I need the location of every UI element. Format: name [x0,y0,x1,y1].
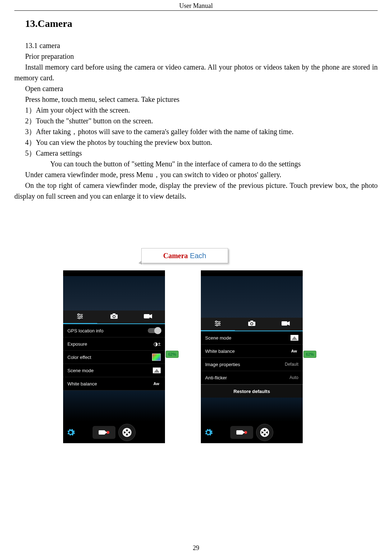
gear-icon[interactable] [204,428,213,437]
text-paragraph: Install memory card before using the cam… [14,62,378,83]
setting-gps-location[interactable]: GPS location info [63,324,165,337]
setting-label: Exposure [67,341,87,347]
settings-tabbar [201,318,303,331]
setting-label: Image properties [205,362,240,367]
tab-general[interactable] [63,311,97,324]
video-mode-button[interactable] [230,426,253,439]
auto-wb-icon: Aw [290,348,298,354]
list-item-sub: You can touch the button of "setting Men… [50,158,378,169]
toggle-switch[interactable] [148,328,161,333]
page-header: User Manual [14,0,378,11]
setting-color-effect[interactable]: Color effect [63,351,165,364]
svg-rect-10 [144,314,150,318]
callout-text-red: Camera [163,252,188,260]
svg-rect-18 [250,321,253,322]
callout-text-blue: Each [188,252,206,260]
shutter-button[interactable] [118,424,136,441]
camera-bottom-bar [201,422,303,443]
list-item: 1）Aim your object with the screen. [25,105,378,115]
svg-point-20 [251,323,253,325]
gear-icon[interactable] [66,428,75,437]
camera-icon [248,321,256,328]
text-line: Open camera [25,83,378,94]
text-line: Prior preparation [25,51,378,62]
setting-label: GPS location info [67,328,103,333]
text-line: Press home, touch menu, select camera. T… [25,94,378,105]
svg-point-4 [81,316,82,317]
setting-value: Default [285,362,298,367]
svg-point-16 [216,324,218,326]
status-bar [63,270,165,276]
camera-bottom-bar [63,422,165,443]
camera-view-lower [63,390,165,422]
callout-label: Camera Each [141,248,228,263]
svg-rect-7 [113,313,115,315]
color-swatch-icon [152,354,161,361]
setting-label: Scene mode [67,368,94,373]
setting-white-balance[interactable]: White balance Aw [201,345,303,358]
tab-video[interactable] [131,311,165,323]
sliders-icon [214,321,221,328]
exposure-icon: ◑± [154,341,161,347]
setting-exposure[interactable]: Exposure ◑± [63,337,165,351]
section-title: 13.Camera [25,18,378,29]
setting-label: Scene mode [205,335,231,341]
setting-label: Color effect [67,355,91,360]
tab-general[interactable] [201,318,235,331]
sliders-icon [76,313,84,321]
tab-video[interactable] [269,318,303,331]
text-line: 13.1 camera [25,40,378,51]
battery-badge: 62% [166,351,179,358]
video-mode-button[interactable] [93,426,115,439]
setting-anti-flicker[interactable]: Anti-flicker Auto [201,371,303,384]
list-item: 5）Camera settings [25,148,378,158]
svg-point-14 [216,321,217,322]
setting-value: Auto [289,375,298,380]
settings-tabbar [63,311,165,324]
setting-label: White balance [67,381,97,387]
page-number: 29 [0,544,392,552]
status-bar [201,270,303,276]
text-paragraph: On the top right of camera viewfinder mo… [14,180,378,202]
svg-point-5 [79,317,80,319]
camera-viewfinder[interactable] [201,276,303,318]
list-item: 3）After taking，photos will save to the c… [25,126,378,137]
setting-white-balance[interactable]: White balance Aw [63,377,165,390]
list-item: 2）Touch the "shutter" button on the scre… [25,115,378,126]
camera-viewfinder[interactable] [63,276,165,311]
setting-label: White balance [205,349,235,354]
restore-defaults-button[interactable]: Restore defaults [201,384,303,398]
setting-scene-mode[interactable]: Scene mode [201,331,303,345]
svg-point-3 [78,314,79,315]
video-icon [236,430,243,435]
text-line: Under camera viewfinder mode, press Menu… [25,169,378,180]
svg-point-15 [218,323,220,324]
scene-icon [291,335,298,341]
camera-icon [110,313,118,321]
setting-scene-mode[interactable]: Scene mode [63,364,165,377]
phone-screenshot-right: Scene mode White balance Aw Image proper… [201,270,303,443]
scene-icon [153,368,161,373]
auto-wb-icon: Aw [152,380,161,387]
video-icon [99,430,105,435]
setting-label: Anti-flicker [205,375,227,380]
camera-view-lower [201,398,303,422]
tab-photo[interactable] [235,318,269,331]
battery-badge: 62% [303,351,316,358]
video-icon [282,321,290,327]
svg-rect-21 [282,321,287,326]
list-item: 4）You can view the photos by touching th… [25,137,378,148]
tab-photo[interactable] [97,311,131,323]
video-icon [144,314,152,320]
settings-list: Scene mode White balance Aw Image proper… [201,331,303,398]
setting-image-properties[interactable]: Image properties Default [201,358,303,371]
settings-list: GPS location info Exposure ◑± Color effe… [63,324,165,390]
svg-point-9 [113,316,115,318]
phone-screenshot-left: GPS location info Exposure ◑± Color effe… [63,270,165,443]
shutter-button[interactable] [256,424,273,441]
